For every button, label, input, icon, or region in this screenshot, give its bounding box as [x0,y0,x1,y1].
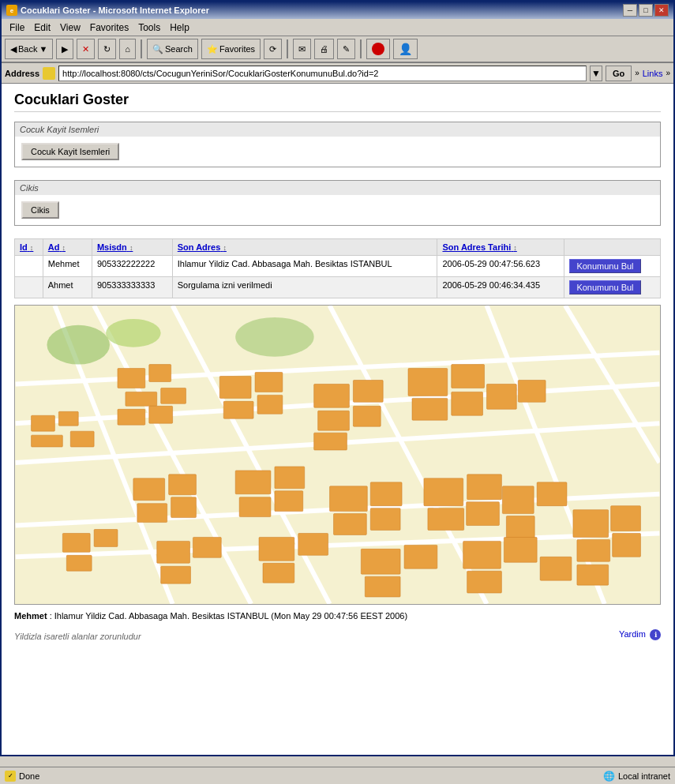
edit-icon: ✎ [343,44,350,54]
maximize-button[interactable]: □ [639,4,653,17]
svg-rect-16 [118,369,145,388]
forward-button[interactable]: ▶ [56,39,73,59]
address-dropdown[interactable]: ▼ [590,66,602,81]
svg-rect-51 [428,508,464,531]
status-bar: ✓ Done 🌐 Local intranet [0,767,675,784]
close-button[interactable]: ✕ [654,4,669,17]
svg-rect-20 [118,409,145,425]
svg-rect-35 [487,384,517,409]
svg-rect-40 [171,497,197,518]
sort-son-adres-icon: ↕ [223,244,227,252]
section-cikis: Cikis Cikis [14,180,661,226]
svg-rect-61 [161,566,191,583]
menu-file[interactable]: File [5,21,29,35]
address-bar: Address ▼ Go » Links » [2,63,673,84]
links-button[interactable]: Links [643,69,663,78]
konumu-bul-button-1[interactable]: Konumunu Bul [569,259,640,273]
konumu-bul-button-2[interactable]: Konumunu Bul [569,280,640,294]
sort-id-icon: ↕ [30,244,34,252]
col-ad[interactable]: Ad ↕ [43,239,92,256]
cell-ad-2: Ahmet [43,277,92,298]
go-button[interactable]: Go [606,66,632,81]
svg-rect-14 [32,435,63,447]
svg-rect-60 [193,537,221,557]
svg-rect-46 [370,482,402,506]
favorites-button[interactable]: ⭐ Favorites [201,39,261,59]
refresh-button[interactable]: ↻ [98,39,116,59]
address-input[interactable] [58,66,587,81]
col-son-adres-tarihi[interactable]: Son Adres Tarihi ↕ [437,239,564,256]
table-row: Ahmet 905333333333 Sorgulama izni verilm… [15,277,661,298]
menu-help[interactable]: Help [165,21,194,35]
col-msisdn[interactable]: Msisdn ↕ [92,239,172,256]
cocuk-kayit-button[interactable]: Cocuk Kayit Isemleri [21,143,119,160]
mail-button[interactable]: ✉ [293,39,311,59]
svg-rect-43 [239,497,271,517]
dropdown-arrow-icon: ▼ [39,44,47,54]
svg-rect-42 [275,467,305,489]
svg-rect-28 [318,411,350,430]
print-button[interactable]: 🖨 [314,39,334,59]
svg-rect-52 [467,502,500,526]
mail-icon: ✉ [298,44,306,54]
status-label: Done [19,771,39,781]
media-button[interactable]: ⟳ [264,39,282,59]
help-link[interactable]: Yardim ℹ [619,629,661,640]
svg-rect-57 [94,530,118,547]
svg-rect-18 [126,392,157,406]
svg-rect-24 [223,401,253,418]
toolbar: ◀ Back ▼ ▶ ✕ ↻ ⌂ 🔍 Search ⭐ Favorites ⟳ [2,36,673,63]
svg-rect-58 [66,555,92,571]
sort-ad-icon: ↕ [62,244,66,252]
svg-rect-15 [70,431,94,447]
refresh-icon: ↻ [103,44,111,54]
col-id[interactable]: Id ↕ [15,239,43,256]
back-button[interactable]: ◀ Back ▼ [5,39,53,59]
svg-rect-41 [235,471,271,494]
section-kayit: Cocuk Kayit Isemleri Cocuk Kayit Isemler… [14,122,661,167]
svg-rect-31 [408,369,448,396]
menu-view[interactable]: View [55,21,85,35]
svg-rect-65 [361,549,400,574]
svg-rect-55 [506,516,534,538]
svg-rect-19 [161,388,186,403]
svg-point-81 [106,319,161,347]
cell-tarihi-2: 2006-05-29 00:46:34.435 [437,277,564,298]
links-double-arrow-icon: » [666,69,670,77]
edit-button[interactable]: ✎ [337,39,355,59]
cell-action-2: Konumunu Bul [564,277,661,298]
search-button[interactable]: 🔍 Search [147,39,198,59]
extra-button-1[interactable] [366,39,390,59]
extra-button-2[interactable]: 👤 [393,39,418,59]
svg-point-79 [47,325,110,365]
sort-msisdn-icon: ↕ [129,244,133,252]
col-son-adres[interactable]: Son Adres ↕ [172,239,437,256]
svg-rect-44 [275,491,303,512]
menu-tools[interactable]: Tools [133,21,165,35]
map-container: BJK Antrenman Sahası Fulya Parkı Topvilk… [14,305,661,605]
svg-rect-45 [330,486,368,512]
address-label: Address [5,69,39,78]
window-title: Cocuklari Goster - Microsoft Internet Ex… [21,6,209,15]
cell-son-adres-2: Sorgulama izni verilmedi [172,277,437,298]
stop-icon: ✕ [82,44,89,54]
zone-icon: 🌐 [603,771,615,782]
svg-rect-62 [259,537,294,561]
print-icon: 🖨 [320,44,328,54]
svg-rect-76 [577,565,609,585]
svg-rect-72 [573,510,609,538]
svg-rect-75 [613,533,641,557]
cikis-button[interactable]: Cikis [21,201,59,219]
svg-rect-21 [149,406,173,423]
menu-favorites[interactable]: Favorites [85,21,133,35]
map-svg: BJK Antrenman Sahası Fulya Parkı Topvilk… [15,306,660,604]
menu-edit[interactable]: Edit [29,21,55,35]
stop-button[interactable]: ✕ [77,39,95,59]
toolbar-separator-2 [287,39,288,58]
minimize-button[interactable]: ─ [623,4,637,17]
home-button[interactable]: ⌂ [119,39,136,59]
help-icon: ℹ [650,629,661,640]
page-title: Cocuklari Goster [14,92,661,112]
cell-tarihi-1: 2006-05-29 00:47:56.623 [437,256,564,277]
svg-rect-59 [157,541,190,563]
